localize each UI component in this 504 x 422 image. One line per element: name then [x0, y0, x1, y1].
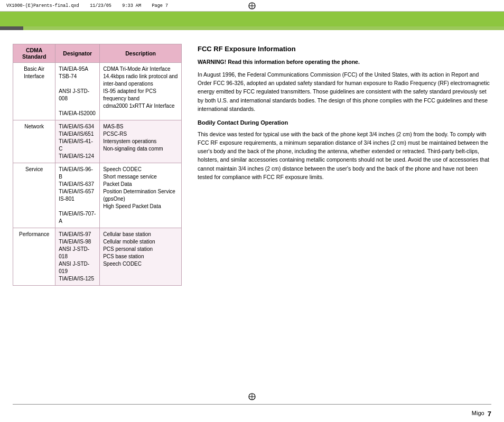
designator-cell-3: TIA/EIA/IS-96-BTIA/EIA/IS-637TIA/EIA/IS-… [55, 163, 100, 228]
green-stripe [0, 12, 504, 26]
dark-bar [0, 26, 23, 30]
col-header-description: Description [100, 44, 182, 63]
description-cell-1: CDMA Tri-Mode Air Interface 14.4kbps rad… [100, 63, 182, 120]
page-text: Page 7 [152, 3, 168, 8]
fcc-para2: This device was tested for typical use w… [198, 130, 491, 182]
table-row: Network TIA/EIA/IS-634TIA/EIA/IS/651TIA/… [13, 120, 182, 163]
page-footer: Migo 7 [0, 408, 504, 422]
warning-label: WARNING! [198, 59, 226, 65]
standard-cell-3: Service [13, 163, 55, 228]
header-strip: VX1000-(E)Parents-final.qxd 11/23/05 9:3… [0, 0, 504, 12]
warning-text: Read this information before operating t… [226, 59, 360, 65]
bodily-title: Bodily Contact During Operation [198, 118, 491, 127]
description-cell-3: Speech CODECShort message servicePacket … [100, 163, 182, 228]
main-content: CDMA Standard Designator Description Bas… [0, 34, 504, 291]
date-text: 11/23/05 [90, 3, 111, 8]
table-row: Service TIA/EIA/IS-96-BTIA/EIA/IS-637TIA… [13, 163, 182, 228]
footer-brand: Migo [472, 410, 484, 418]
fcc-para1: In August 1996, the Federal Communicatio… [198, 70, 491, 113]
bottom-separator [13, 404, 491, 405]
standard-cell-4: Performance [13, 228, 55, 286]
light-green-bar [23, 26, 504, 30]
table-row: Basic AirInterface TIA/EIA-95ATSB-74ANSI… [13, 63, 182, 120]
col-header-designator: Designator [55, 44, 100, 63]
description-cell-4: Cellular base stationCellular mobile sta… [100, 228, 182, 286]
header-filename: VX1000-(E)Parents-final.qxd 11/23/05 9:3… [6, 3, 168, 8]
bottom-reg-container [0, 392, 504, 401]
col-header-standard: CDMA Standard [13, 44, 55, 63]
time-text: 9:33 AM [122, 3, 141, 8]
standard-cell-2: Network [13, 120, 55, 163]
filename-text: VX1000-(E)Parents-final.qxd [6, 3, 79, 8]
registration-mark-bottom [248, 392, 256, 401]
fcc-title: FCC RF Exposure Information [198, 44, 491, 54]
designator-cell-4: TIA/EIA/IS-97TIA/EIA/IS-98ANSI J-STD-018… [55, 228, 100, 286]
table-section: CDMA Standard Designator Description Bas… [13, 44, 182, 286]
registration-mark-top [248, 2, 256, 12]
description-cell-2: MAS-BSPCSC-RSIntersystem operationsNon-s… [100, 120, 182, 163]
bottom-bar: Migo 7 [0, 392, 504, 422]
cdma-table: CDMA Standard Designator Description Bas… [13, 44, 182, 286]
color-bars [0, 26, 504, 30]
fcc-section: FCC RF Exposure Information WARNING! Rea… [198, 44, 491, 286]
warning-line: WARNING! Read this information before op… [198, 58, 491, 66]
footer-page-number: 7 [488, 410, 491, 418]
designator-cell-2: TIA/EIA/IS-634TIA/EIA/IS/651TIA/EIA/IS-4… [55, 120, 100, 163]
standard-cell-1: Basic AirInterface [13, 63, 55, 120]
designator-cell-1: TIA/EIA-95ATSB-74ANSI J-STD-008TIA/EIA-I… [55, 63, 100, 120]
table-row: Performance TIA/EIA/IS-97TIA/EIA/IS-98AN… [13, 228, 182, 286]
